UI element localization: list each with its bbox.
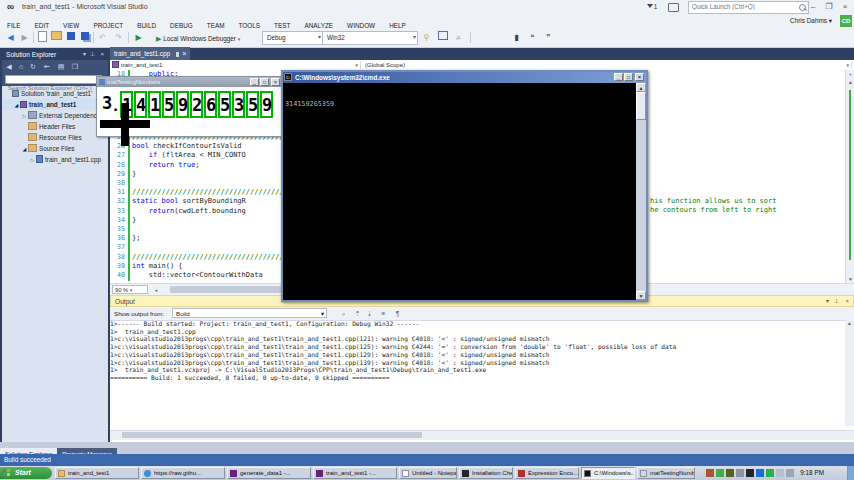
tree-item-solution-train-and-test1-[interactable]: Solution 'train_and_test1' [2,88,108,99]
tree-item-train-and-test1-cpp[interactable]: ▷train_and_test1.cpp [2,154,108,165]
show-desktop-button[interactable] [847,466,854,480]
maximize-button[interactable]: □ [624,73,633,81]
navigate-forward-icon[interactable]: ▶ [18,31,31,44]
pin-icon[interactable]: ⊥ [834,296,839,307]
close-button[interactable]: × [838,1,852,12]
close-icon[interactable]: × [100,49,104,60]
window-position-icon[interactable]: ▾ [826,296,829,307]
scroll-thumb[interactable] [636,92,646,120]
navigate-back-icon[interactable]: ◀ [4,31,17,44]
user-menu[interactable]: Chris Dahms ▾ [790,14,832,28]
maximize-button[interactable]: □ [260,78,269,86]
feedback-icon[interactable] [668,3,679,12]
save-icon[interactable] [64,31,77,44]
pin-icon[interactable]: ⊥ [90,49,95,60]
pin-icon[interactable] [176,52,179,57]
solution-explorer-title[interactable]: Solution Explorer ▾ ⊥ × [2,49,108,60]
restore-button[interactable]: ❐ [822,1,836,12]
tray-icon[interactable] [786,469,794,477]
close-tab-icon[interactable]: × [182,50,186,57]
minimize-button[interactable]: – [806,1,820,12]
cmd-scrollbar[interactable]: ▲ ▼ [636,83,646,300]
close-icon[interactable]: × [845,296,849,307]
close-button[interactable]: × [635,73,644,81]
preview-icon[interactable]: ❐ [70,62,80,71]
scroll-left-icon[interactable]: ◂ [152,286,160,294]
output-log[interactable]: 1>------ Build started: Project: train_a… [110,320,845,426]
search-box[interactable] [5,75,102,84]
tray-icon[interactable] [706,469,714,477]
configuration-combo[interactable]: Debug▾ [262,31,323,45]
splitter-icon[interactable]: + [846,70,854,78]
uncomment-icon[interactable]: ❞ [542,31,555,44]
taskbar-button-mattestingnumb-[interactable]: matTestingNumb... [637,467,695,479]
zoom-level-combo[interactable]: 90 % ▾ [112,285,148,294]
new-file-icon[interactable] [36,31,49,44]
expander-icon[interactable]: ▷ [29,155,36,165]
taskbar-button-installation-cheat-[interactable]: Installation Cheat... [459,467,513,479]
tree-item-train-and-test1[interactable]: ◢train_and_test1 [2,99,108,110]
minimize-button[interactable]: _ [250,78,259,86]
find-icon[interactable]: ⌕ [452,31,465,44]
taskbar-button-untitled-notepad[interactable]: Untitled - Notepad [399,467,457,479]
project-scope-combo[interactable]: train_and_test1▾ [110,61,361,69]
save-all-icon[interactable] [78,31,91,44]
taskbar-button-train-and-test1-[interactable]: train_and_test1 -... [313,467,397,479]
tree-item-external-dependencies[interactable]: ▷External Dependencies [2,110,108,121]
output-source-combo[interactable]: Build▾ [172,308,327,318]
expander-icon[interactable]: ▷ [21,111,28,121]
output-vertical-scrollbar[interactable]: ▲ [845,320,854,426]
platform-combo[interactable]: Win32▾ [322,31,418,45]
bookmark-icon[interactable]: ▮ [510,31,523,44]
taskbar-button-expression-enco-[interactable]: Expression Enco... [515,467,579,479]
taskbar-button-generate-data1-[interactable]: generate_data1 -... [227,467,311,479]
close-button[interactable]: × [271,78,280,86]
expander-icon[interactable]: ◢ [21,144,28,154]
expander-icon[interactable]: ◢ [13,100,20,110]
attach-process-icon[interactable]: ⚲ [420,31,433,44]
cmd-title-bar[interactable]: C: C:\Windows\system32\cmd.exe _ □ × [283,72,646,83]
tray-icon[interactable] [736,469,744,477]
taskbar-button-c-windows-s-[interactable]: C:\Windows\s... [581,467,635,479]
tray-icon[interactable] [756,469,764,477]
taskbar-button-train-and-test1[interactable]: train_and_test1 [55,467,139,479]
previous-message-icon[interactable]: ⇡ [352,309,363,318]
user-avatar[interactable]: CD [840,15,852,27]
find-message-icon[interactable]: ⌕ [338,309,349,318]
scroll-up-icon[interactable]: ▲ [846,78,854,86]
collapse-all-icon[interactable]: ⇤ [42,62,52,71]
mat-window-title-bar[interactable]: matTestingNumbers _ □ × [97,77,282,87]
undo-icon[interactable]: ↶ [96,31,109,44]
window-position-icon[interactable]: ▾ [83,49,86,60]
clear-all-icon[interactable]: ≡ [378,309,389,318]
home-icon[interactable]: ⌂ [16,62,26,71]
notification-flag-icon[interactable]: 1 [648,3,657,10]
member-scope-combo[interactable]: (Global Scope)▾ [361,61,852,69]
tab-train-and-test1-cpp[interactable]: train_and_test1.cpp× [110,47,190,60]
taskbar-button-https-raw-githu-[interactable]: https://raw.githu... [141,467,225,479]
properties-icon[interactable]: ▤ [56,62,66,71]
next-message-icon[interactable]: ⇣ [364,309,375,318]
solution-platforms-icon[interactable] [436,31,449,44]
cmd-console[interactable]: 314159265359 [283,83,636,300]
word-wrap-icon[interactable]: ¶ [392,309,403,318]
quick-launch-input[interactable] [692,2,792,11]
taskbar-clock[interactable]: 9:18 PM [800,466,824,479]
output-horizontal-scrollbar[interactable] [110,430,854,440]
local-windows-debugger-button[interactable]: ▶ Local Windows Debugger ▾ [150,31,246,44]
start-icon[interactable]: ▶ [132,31,145,44]
tree-item-header-files[interactable]: Header Files [2,121,108,132]
scroll-down-icon[interactable]: ▼ [636,291,646,300]
quick-launch-box[interactable] [688,1,809,14]
tray-icon[interactable] [776,469,784,477]
tray-icon[interactable] [716,469,724,477]
scroll-up-icon[interactable]: ▲ [845,320,854,326]
tree-item-source-files[interactable]: ◢Source Files [2,143,108,154]
open-file-icon[interactable] [50,31,63,44]
tray-icon[interactable] [746,469,754,477]
refresh-icon[interactable]: ↻ [28,62,38,71]
tree-item-resource-files[interactable]: Resource Files [2,132,108,143]
start-button[interactable]: Start [0,467,52,479]
tray-icon[interactable] [726,469,734,477]
back-icon[interactable]: ◀ [4,62,14,71]
